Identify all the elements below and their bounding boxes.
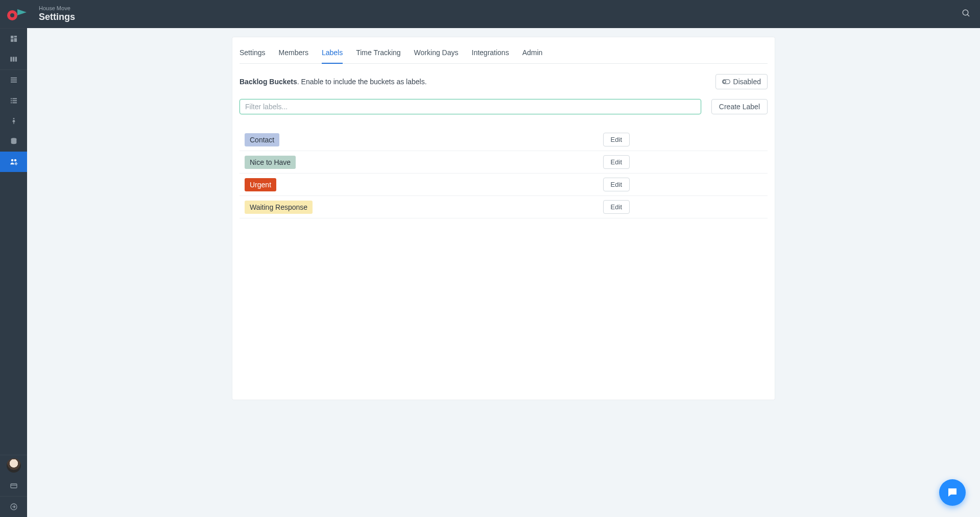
content-area: Settings Members Labels Time Tracking Wo… xyxy=(27,28,980,517)
svg-line-4 xyxy=(967,14,969,16)
svg-point-1 xyxy=(10,13,14,17)
tab-time-tracking[interactable]: Time Tracking xyxy=(356,48,400,64)
svg-rect-19 xyxy=(11,102,12,103)
sidebar-item-list[interactable] xyxy=(0,90,27,111)
tab-admin[interactable]: Admin xyxy=(522,48,543,64)
toggle-off-icon xyxy=(722,79,730,84)
edit-label-button[interactable]: Edit xyxy=(603,155,630,169)
edit-label-button[interactable]: Edit xyxy=(603,133,630,146)
svg-marker-2 xyxy=(17,9,27,15)
svg-rect-26 xyxy=(11,484,17,488)
label-chip: Waiting Response xyxy=(245,201,313,214)
tab-settings[interactable]: Settings xyxy=(240,48,266,64)
backlog-buckets-toggle[interactable]: Disabled xyxy=(715,74,768,89)
label-chip: Urgent xyxy=(245,178,276,191)
label-row: UrgentEdit xyxy=(240,174,768,196)
sidebar-item-data[interactable] xyxy=(0,131,27,152)
sidebar-item-sprint[interactable] xyxy=(0,111,27,131)
edit-label-button[interactable]: Edit xyxy=(603,178,630,191)
label-list: ContactEditNice to HaveEditUrgentEditWai… xyxy=(240,129,768,218)
backlog-buckets-text: Backlog Buckets. Enable to include the b… xyxy=(240,78,427,86)
sidebar-item-billing[interactable] xyxy=(0,476,27,496)
backlog-buckets-heading: Backlog Buckets xyxy=(240,78,297,86)
tab-members[interactable]: Members xyxy=(279,48,308,64)
svg-rect-18 xyxy=(12,100,17,101)
backlog-buckets-desc: . Enable to include the buckets as label… xyxy=(297,78,427,86)
app-logo xyxy=(6,4,27,24)
sidebar-item-team-settings[interactable] xyxy=(0,152,27,172)
toggle-label: Disabled xyxy=(733,78,761,86)
project-name: House Move xyxy=(39,5,75,12)
create-label-button[interactable]: Create Label xyxy=(711,99,768,114)
svg-rect-29 xyxy=(722,80,730,84)
svg-point-3 xyxy=(963,10,968,15)
svg-rect-9 xyxy=(10,57,12,61)
svg-rect-16 xyxy=(12,98,17,99)
svg-rect-6 xyxy=(14,36,16,37)
settings-card: Settings Members Labels Time Tracking Wo… xyxy=(232,37,775,400)
svg-rect-17 xyxy=(11,100,12,101)
label-row: Waiting ResponseEdit xyxy=(240,196,768,218)
chat-icon xyxy=(946,486,959,499)
label-chip: Nice to Have xyxy=(245,156,296,169)
svg-rect-13 xyxy=(11,80,17,81)
title-block: House Move Settings xyxy=(39,5,75,23)
sidebar-user-avatar[interactable] xyxy=(0,455,27,476)
svg-rect-11 xyxy=(15,57,16,61)
svg-point-23 xyxy=(11,159,13,162)
label-row: ContactEdit xyxy=(240,129,768,151)
sidebar-item-board[interactable] xyxy=(0,49,27,69)
tab-working-days[interactable]: Working Days xyxy=(414,48,459,64)
tab-integrations[interactable]: Integrations xyxy=(472,48,509,64)
svg-rect-8 xyxy=(11,39,13,42)
label-row: Nice to HaveEdit xyxy=(240,151,768,174)
svg-rect-14 xyxy=(11,82,17,83)
svg-rect-7 xyxy=(14,38,16,42)
svg-rect-20 xyxy=(12,102,17,103)
backlog-buckets-row: Backlog Buckets. Enable to include the b… xyxy=(240,64,768,91)
svg-point-30 xyxy=(723,80,726,83)
filter-row: Create Label xyxy=(240,99,768,114)
sidebar xyxy=(0,28,27,517)
svg-point-21 xyxy=(13,118,14,119)
page-title: Settings xyxy=(39,12,75,23)
tab-labels[interactable]: Labels xyxy=(322,48,343,64)
edit-label-button[interactable]: Edit xyxy=(603,200,630,214)
settings-tabs: Settings Members Labels Time Tracking Wo… xyxy=(240,37,768,64)
svg-rect-5 xyxy=(11,36,13,38)
top-bar: House Move Settings xyxy=(0,0,980,28)
sidebar-item-dashboard[interactable] xyxy=(0,29,27,49)
label-chip: Contact xyxy=(245,133,279,146)
svg-rect-12 xyxy=(11,78,17,79)
sidebar-item-rows[interactable] xyxy=(0,70,27,90)
svg-rect-15 xyxy=(11,98,12,99)
svg-rect-10 xyxy=(13,57,14,61)
sidebar-item-logout[interactable] xyxy=(0,497,27,517)
chat-fab[interactable] xyxy=(939,479,966,506)
filter-labels-input[interactable] xyxy=(240,99,701,114)
avatar xyxy=(7,458,21,473)
svg-point-24 xyxy=(14,159,16,162)
search-icon[interactable] xyxy=(962,9,971,20)
